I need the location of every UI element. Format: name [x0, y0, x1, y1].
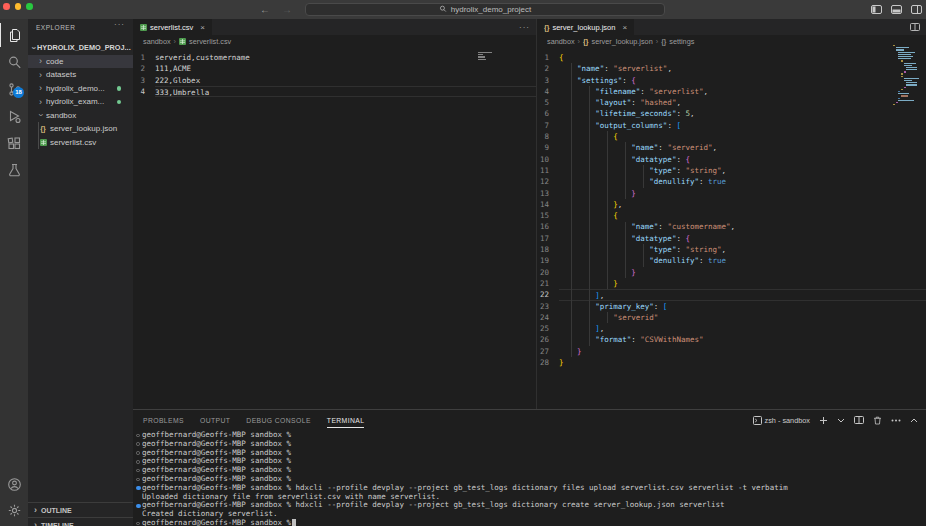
split-terminal-icon[interactable] — [854, 416, 864, 424]
editor-line-18[interactable]: 18 "type": "string", — [537, 244, 926, 255]
breadcrumb-symbol[interactable]: settings — [669, 37, 694, 46]
editor-line-23[interactable]: 23 "primary_key": [ — [537, 301, 926, 312]
tab-problems[interactable]: PROBLEMS — [143, 413, 184, 427]
editor-line-28[interactable]: 28} — [537, 357, 926, 368]
editor-line-27[interactable]: 27 } — [537, 346, 926, 357]
line-number: 16 — [537, 221, 559, 232]
editor-line-13[interactable]: 13 } — [537, 188, 926, 199]
editor-line-11[interactable]: 11 "type": "string", — [537, 165, 926, 176]
tree-item-datasets[interactable]: ›datasets — [28, 68, 133, 82]
breadcrumb-file[interactable]: server_lookup.json — [591, 37, 652, 46]
file-tree: ›code›datasets›hydrolix_demo...›hydrolix… — [28, 55, 133, 150]
tab-output[interactable]: OUTPUT — [200, 413, 230, 427]
extensions-icon[interactable] — [0, 131, 28, 155]
toggle-panel-icon[interactable] — [891, 5, 902, 14]
tree-item-hydrolix-demo-[interactable]: ›hydrolix_demo... — [28, 82, 133, 96]
editor-line-17[interactable]: 17 "datatype": { — [537, 233, 926, 244]
zoom-window-button[interactable] — [26, 3, 33, 10]
minimap-line — [901, 95, 908, 96]
source-control-icon[interactable]: 18 — [0, 77, 28, 101]
toggle-sidebar-icon[interactable] — [871, 5, 882, 14]
editor-line-25[interactable]: 25 ], — [537, 323, 926, 334]
minimize-window-button[interactable] — [15, 3, 22, 10]
editor-line-9[interactable]: 9 "name": "serverid", — [537, 142, 926, 153]
editor-line-15[interactable]: 15 { — [537, 210, 926, 221]
editor-line-26[interactable]: 26 "format": "CSVWithNames" — [537, 334, 926, 345]
editor-line-3[interactable]: 3222,Globex — [133, 75, 536, 86]
search-icon[interactable] — [0, 50, 28, 74]
csv-editor[interactable]: 1serverid,customername2111,ACME3222,Glob… — [133, 52, 536, 409]
minimap[interactable] — [893, 45, 923, 106]
breadcrumb-folder[interactable]: sandbox — [547, 37, 575, 46]
close-window-button[interactable] — [3, 3, 10, 10]
breadcrumb[interactable]: sandbox › serverlist.csv — [133, 35, 536, 48]
editor-line-2[interactable]: 2 "name": "serverlist", — [537, 63, 926, 74]
editor-line-21[interactable]: 21 } — [537, 278, 926, 289]
editor-line-24[interactable]: 24 "serverid" — [537, 312, 926, 323]
breadcrumb-file[interactable]: serverlist.csv — [189, 37, 231, 46]
editor-line-7[interactable]: 7 "output_columns": [ — [537, 120, 926, 131]
tree-item-server-lookup-json[interactable]: {}server_lookup.json — [28, 122, 133, 136]
editor-more-actions[interactable]: ··· — [519, 23, 530, 32]
shell-label: zsh - sandbox — [765, 416, 810, 425]
timeline-section[interactable]: › TIMELINE — [28, 517, 133, 526]
tab-debug-console[interactable]: DEBUG CONSOLE — [246, 413, 311, 427]
maximize-panel-icon[interactable] — [910, 418, 918, 423]
json-editor[interactable]: 1{2 "name": "serverlist",3 "settings": {… — [537, 52, 926, 409]
tab-server-lookup-json[interactable]: {} server_lookup.json × — [537, 19, 634, 35]
editor-line-5[interactable]: 5 "layout": "hashed", — [537, 97, 926, 108]
editor-line-8[interactable]: 8 { — [537, 131, 926, 142]
settings-gear-icon[interactable] — [0, 498, 28, 522]
close-icon[interactable]: × — [200, 23, 205, 32]
explorer-icon[interactable] — [0, 23, 28, 47]
navigate-back-button[interactable]: ← — [260, 2, 270, 17]
navigate-forward-button[interactable]: → — [282, 2, 292, 17]
csv-file-icon — [39, 139, 47, 146]
breadcrumb[interactable]: sandbox › {} server_lookup.json › {} set… — [537, 35, 926, 48]
tree-item-code[interactable]: ›code — [28, 55, 133, 69]
tree-item-hydrolix-exam-[interactable]: ›hydrolix_exam... — [28, 95, 133, 109]
minimap-line — [901, 60, 903, 61]
editor-line-10[interactable]: 10 "datatype": { — [537, 154, 926, 165]
breadcrumb-folder[interactable]: sandbox — [143, 37, 171, 46]
line-number: 18 — [537, 244, 559, 255]
more-actions-icon[interactable] — [891, 419, 901, 422]
terminal-output[interactable]: geoffbernard@Geoffs-MBP sandbox %geoffbe… — [136, 431, 926, 526]
editor-line-1[interactable]: 1serverid,customername — [133, 52, 536, 63]
tree-item-serverlist-csv[interactable]: serverlist.csv — [28, 136, 133, 150]
tree-item-sandbox[interactable]: ›sandbox — [28, 109, 133, 123]
editor-line-14[interactable]: 14 }, — [537, 199, 926, 210]
trash-icon[interactable] — [873, 416, 882, 425]
tab-serverlist-csv[interactable]: serverlist.csv × — [133, 19, 212, 35]
tab-terminal[interactable]: TERMINAL — [327, 413, 365, 428]
editor-line-20[interactable]: 20 } — [537, 267, 926, 278]
accounts-icon[interactable] — [0, 472, 28, 496]
editor-line-1[interactable]: 1{ — [537, 52, 926, 63]
panel-tab-bar: PROBLEMS OUTPUT DEBUG CONSOLE TERMINAL — [143, 410, 364, 430]
sidebar-more-actions[interactable]: ··· — [114, 20, 125, 29]
editor-line-4[interactable]: 4 "filename": "serverlist", — [537, 86, 926, 97]
editor-line-22[interactable]: 22 ], — [537, 289, 926, 300]
editor-line-19[interactable]: 19 "denullify": true — [537, 255, 926, 266]
workspace-root-row[interactable]: › HYDROLIX_DEMO_PROJ... — [28, 41, 133, 55]
chevron-down-icon[interactable] — [837, 418, 845, 423]
editor-line-2[interactable]: 2111,ACME — [133, 63, 536, 74]
command-center-search[interactable]: hydrolix_demo_project — [305, 3, 665, 17]
terminal-profile-selector[interactable]: zsh - sandbox — [753, 416, 810, 425]
run-and-debug-icon[interactable] — [0, 104, 28, 128]
tree-item-label: server_lookup.json — [50, 124, 117, 133]
split-editor-icon[interactable] — [910, 23, 920, 31]
minimap[interactable] — [478, 52, 508, 61]
editor-line-16[interactable]: 16 "name": "customername", — [537, 221, 926, 232]
editor-line-6[interactable]: 6 "lifetime_seconds": 5, — [537, 108, 926, 119]
outline-section[interactable]: › OUTLINE — [28, 502, 133, 517]
line-content: "settings": { — [559, 75, 926, 86]
editor-line-3[interactable]: 3 "settings": { — [537, 75, 926, 86]
testing-icon[interactable] — [0, 158, 28, 182]
new-terminal-icon[interactable] — [819, 416, 828, 425]
editor-line-12[interactable]: 12 "denullify": true — [537, 176, 926, 187]
toggle-secondary-sidebar-icon[interactable] — [911, 5, 922, 14]
close-icon[interactable]: × — [622, 23, 627, 32]
indent-guide — [607, 131, 608, 289]
editor-line-4[interactable]: 4333,Umbrella — [133, 86, 536, 97]
